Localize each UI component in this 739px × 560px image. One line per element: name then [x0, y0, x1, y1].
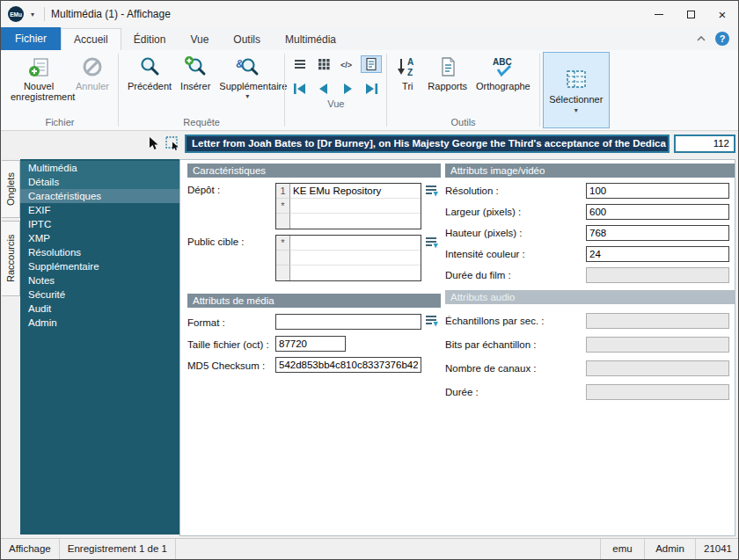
sidebar-item-iptc[interactable]: IPTC [20, 217, 179, 231]
next-record-button[interactable] [337, 80, 358, 98]
cell-value[interactable] [290, 265, 421, 280]
row-number: 1 [276, 184, 290, 199]
sidebar-item-notes[interactable]: Notes [20, 273, 179, 287]
taille-fichier-row: Taille fichier (oct) : [187, 336, 441, 352]
close-button[interactable]: × [706, 1, 738, 27]
side-tab-onglets[interactable]: Onglets [2, 160, 20, 218]
largeur-input[interactable] [586, 204, 729, 220]
insert-query-button[interactable]: Insérer [176, 52, 215, 115]
format-input[interactable] [275, 314, 421, 330]
cell-value[interactable]: KE EMu Repository [290, 184, 421, 199]
bits-field-disabled [586, 337, 729, 353]
hauteur-row: Hauteur (pixels) : [445, 225, 735, 241]
first-record-button[interactable] [289, 80, 311, 98]
minimize-button[interactable] [643, 1, 675, 27]
select-grid-icon [565, 68, 588, 91]
cell-value[interactable] [290, 199, 421, 214]
tab-outils[interactable]: Outils [221, 28, 273, 50]
code-view-button[interactable]: </> [337, 55, 358, 73]
sidebar-item-admin[interactable]: Admin [20, 316, 179, 330]
table-row[interactable] [276, 265, 421, 280]
sidebar-item-supplementaire[interactable]: Supplémentaire [20, 259, 179, 273]
public-cible-lookup-button[interactable] [425, 235, 438, 252]
marquee-select-icon[interactable] [165, 135, 180, 151]
ribbon: Nouvel enregistrement Annuler Fichier [1, 50, 738, 131]
table-row[interactable] [276, 214, 421, 229]
additional-query-button[interactable]: & Supplémentaire ▾ [215, 52, 280, 115]
sidebar-item-xmp[interactable]: XMP [20, 231, 179, 245]
sidebar-item-resolutions[interactable]: Résolutions [20, 245, 179, 259]
help-button[interactable]: ? [715, 32, 729, 46]
tab-vue[interactable]: Vue [178, 28, 221, 50]
new-record-button[interactable]: Nouvel enregistrement [6, 52, 71, 115]
reports-button[interactable]: Rapports [423, 52, 472, 115]
spellcheck-button[interactable]: ABC Orthographe [472, 52, 535, 115]
list-view-button[interactable] [289, 55, 311, 73]
tab-multimedia[interactable]: Multimédia [273, 28, 348, 50]
new-record-label: Nouvel enregistrement [11, 81, 67, 102]
additional-query-label: Supplémentaire [219, 81, 275, 91]
column-left: Caractéristiques Dépôt : 1 KE EMu Reposi… [187, 164, 441, 378]
cancel-icon [81, 55, 104, 78]
close-icon: × [719, 8, 727, 21]
format-row: Format : [187, 313, 441, 331]
cell-value[interactable] [290, 214, 421, 229]
side-tab-raccourcis[interactable]: Raccourcis [2, 221, 20, 296]
search-insert-icon [184, 55, 207, 78]
cell-value[interactable] [290, 251, 421, 265]
previous-record-button[interactable] [313, 80, 334, 98]
tab-accueil[interactable]: Accueil [61, 28, 121, 50]
taille-fichier-input[interactable] [275, 336, 346, 352]
sidebar-item-caracteristiques[interactable]: Caractéristiques [20, 189, 179, 203]
last-record-button[interactable] [361, 80, 382, 98]
first-record-icon [291, 81, 309, 97]
sort-button[interactable]: A Z Tri [391, 52, 423, 115]
tab-fichier[interactable]: Fichier [1, 27, 61, 50]
app-icon[interactable]: EMu [8, 6, 24, 22]
app-window: EMu ▾ Multimédia (1) - Affichage × Fichi… [0, 0, 739, 560]
md5-input[interactable] [275, 357, 421, 373]
collapse-ribbon-icon[interactable] [696, 35, 706, 42]
page-view-button[interactable] [361, 55, 382, 73]
tab-edition[interactable]: Édition [121, 28, 179, 50]
spellcheck-abc-icon: ABC [490, 55, 516, 78]
new-record-icon [27, 55, 50, 78]
quick-access-caret-icon[interactable]: ▾ [27, 11, 38, 18]
cell-value[interactable] [290, 236, 421, 251]
pointer-tool-icon[interactable] [146, 135, 160, 151]
sort-label: Tri [402, 81, 413, 91]
intensite-input[interactable] [586, 246, 729, 262]
duree-audio-row: Durée : [445, 384, 735, 400]
table-row[interactable]: * [276, 236, 421, 251]
sidebar-item-securite[interactable]: Sécurité [20, 287, 179, 302]
ribbon-group-requete: Précédent Insérer [120, 50, 283, 130]
undo-button[interactable]: Annuler [71, 52, 113, 115]
table-row[interactable]: 1 KE EMu Repository [276, 184, 421, 199]
largeur-row: Largeur (pixels) : [445, 204, 735, 220]
depot-lookup-button[interactable] [425, 183, 438, 200]
ribbon-separator [386, 54, 387, 127]
select-button[interactable]: Sélectionner ▾ [543, 52, 610, 128]
duree-film-row: Durée du film : [445, 267, 735, 283]
previous-query-button[interactable]: Précédent [123, 52, 176, 115]
table-row[interactable]: * [276, 199, 421, 214]
sidebar-item-details[interactable]: Détails [20, 175, 179, 189]
depot-grid[interactable]: 1 KE EMu Repository * [275, 183, 421, 229]
maximize-button[interactable] [675, 1, 706, 27]
additional-query-caret-icon: ▾ [245, 94, 249, 99]
hauteur-input[interactable] [586, 225, 729, 241]
sidebar-item-exif[interactable]: EXIF [20, 203, 179, 217]
public-cible-label: Public cible : [187, 235, 275, 247]
format-lookup-button[interactable] [425, 313, 438, 331]
workspace: Onglets Raccourcis Multimédia Détails Ca… [1, 156, 738, 538]
column-right: Attributs image/vidéo Résolution : Large… [438, 164, 735, 408]
resolution-input[interactable] [586, 183, 729, 199]
sidebar-item-audit[interactable]: Audit [20, 302, 179, 316]
grid-view-button[interactable] [313, 55, 334, 73]
sidebar-item-multimedia[interactable]: Multimédia [20, 161, 179, 175]
status-user: Admin [645, 539, 696, 559]
public-cible-grid[interactable]: * [275, 235, 421, 281]
tabrow-right: ? [696, 27, 738, 50]
table-row[interactable] [276, 251, 421, 265]
side-tabstrip: Onglets Raccourcis [1, 156, 20, 538]
